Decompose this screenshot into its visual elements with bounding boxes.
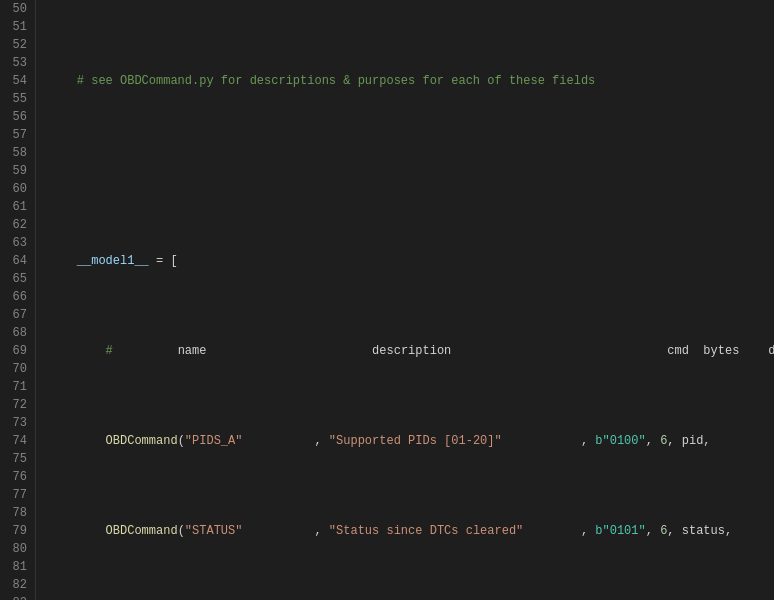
code-line-54: OBDCommand("PIDS_A" , "Supported PIDs [0… (48, 432, 774, 450)
code-line-51 (48, 162, 774, 180)
ln-66: 66 (8, 288, 27, 306)
ln-77: 77 (8, 486, 27, 504)
ln-61: 61 (8, 198, 27, 216)
code-line-50: # see OBDCommand.py for descriptions & p… (48, 72, 774, 90)
ln-56: 56 (8, 108, 27, 126)
ln-78: 78 (8, 504, 27, 522)
ln-76: 76 (8, 468, 27, 486)
ln-72: 72 (8, 396, 27, 414)
ln-70: 70 (8, 360, 27, 378)
ln-59: 59 (8, 162, 27, 180)
ln-63: 63 (8, 234, 27, 252)
ln-54: 54 (8, 72, 27, 90)
ln-60: 60 (8, 180, 27, 198)
code-editor: 50 51 52 53 54 55 56 57 58 59 60 61 62 6… (0, 0, 774, 600)
ln-82: 82 (8, 576, 27, 594)
code-lines: # see OBDCommand.py for descriptions & p… (36, 0, 774, 600)
ln-73: 73 (8, 414, 27, 432)
ln-69: 69 (8, 342, 27, 360)
ln-58: 58 (8, 144, 27, 162)
ln-55: 55 (8, 90, 27, 108)
code-line-52: __model1__ = [ (48, 252, 774, 270)
ln-75: 75 (8, 450, 27, 468)
ln-81: 81 (8, 558, 27, 576)
ln-79: 79 (8, 522, 27, 540)
ln-50: 50 (8, 0, 27, 18)
ln-80: 80 (8, 540, 27, 558)
ln-57: 57 (8, 126, 27, 144)
ln-67: 67 (8, 306, 27, 324)
ln-74: 74 (8, 432, 27, 450)
ln-65: 65 (8, 270, 27, 288)
ln-52: 52 (8, 36, 27, 54)
ln-64: 64 (8, 252, 27, 270)
ln-62: 62 (8, 216, 27, 234)
ln-71: 71 (8, 378, 27, 396)
code-line-53: # name description cmd bytes decoder (48, 342, 774, 360)
ln-51: 51 (8, 18, 27, 36)
ln-68: 68 (8, 324, 27, 342)
ln-83: 83 (8, 594, 27, 600)
code-line-55: OBDCommand("STATUS" , "Status since DTCs… (48, 522, 774, 540)
line-numbers: 50 51 52 53 54 55 56 57 58 59 60 61 62 6… (0, 0, 36, 600)
ln-53: 53 (8, 54, 27, 72)
